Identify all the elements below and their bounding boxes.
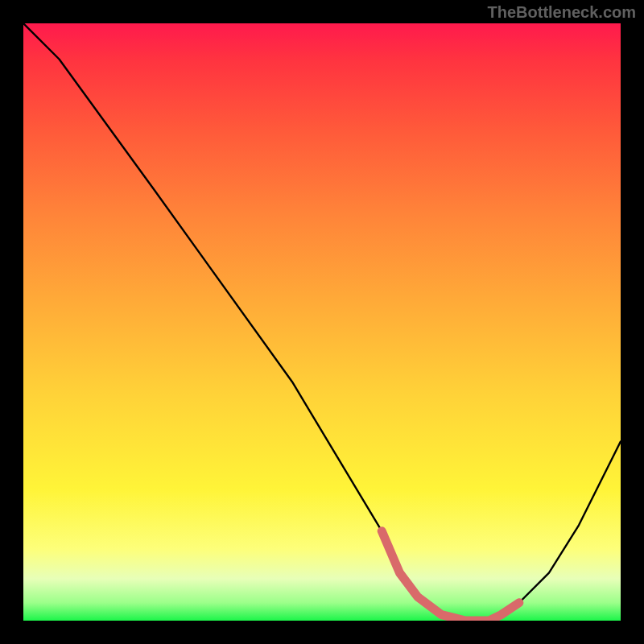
watermark-text: TheBottleneck.com xyxy=(488,3,636,22)
curve-layer xyxy=(23,23,621,621)
plot-area xyxy=(23,23,621,621)
highlight-curve xyxy=(382,531,519,621)
chart-frame: TheBottleneck.com xyxy=(0,0,644,644)
main-curve xyxy=(23,23,621,621)
